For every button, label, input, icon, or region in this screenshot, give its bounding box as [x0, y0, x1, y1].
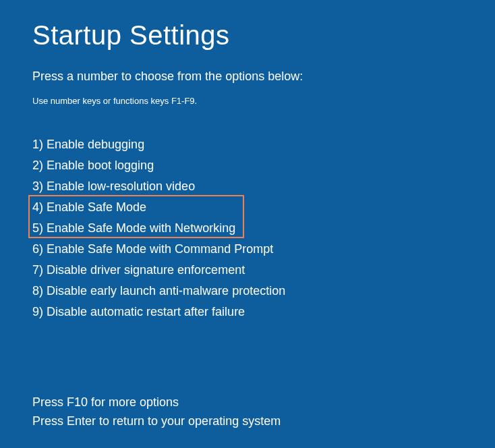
footer-return: Press Enter to return to your operating … — [32, 412, 463, 430]
option-9[interactable]: 9) Disable automatic restart after failu… — [32, 302, 463, 323]
option-4[interactable]: 4) Enable Safe Mode — [32, 197, 463, 218]
hint-text: Use number keys or functions keys F1-F9. — [32, 96, 463, 106]
instruction-text: Press a number to choose from the option… — [32, 69, 463, 84]
option-8[interactable]: 8) Disable early launch anti-malware pro… — [32, 281, 463, 302]
options-list: 1) Enable debugging 2) Enable boot loggi… — [32, 134, 463, 323]
footer: Press F10 for more options Press Enter t… — [32, 393, 463, 430]
option-7[interactable]: 7) Disable driver signature enforcement — [32, 260, 463, 281]
page-title: Startup Settings — [32, 20, 463, 51]
option-3[interactable]: 3) Enable low-resolution video — [32, 176, 463, 197]
option-1[interactable]: 1) Enable debugging — [32, 134, 463, 155]
option-2[interactable]: 2) Enable boot logging — [32, 155, 463, 176]
footer-more-options: Press F10 for more options — [32, 393, 463, 412]
option-6[interactable]: 6) Enable Safe Mode with Command Prompt — [32, 239, 463, 260]
option-5[interactable]: 5) Enable Safe Mode with Networking — [32, 218, 463, 239]
